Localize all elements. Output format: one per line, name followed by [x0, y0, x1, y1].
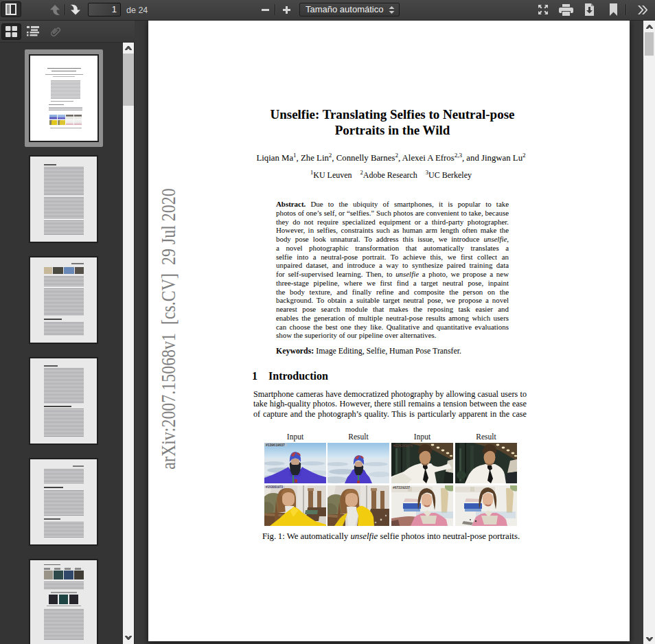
svg-text:#224243474: #224243474: [393, 444, 413, 448]
svg-text:#153081973: #153081973: [266, 485, 284, 489]
svg-text:#139619637: #139619637: [266, 443, 285, 447]
svg-text:#67229227: #67229227: [393, 485, 410, 490]
